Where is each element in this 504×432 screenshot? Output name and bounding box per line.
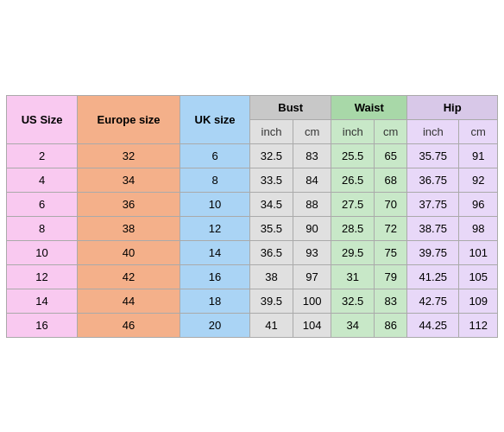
hip-cm-cell: 98	[459, 216, 498, 240]
waist-cm-cell: 70	[375, 192, 407, 216]
us-size-cell: 10	[7, 240, 78, 264]
bust-cm-cell: 88	[293, 192, 331, 216]
eu-size-cell: 32	[78, 143, 180, 168]
waist-cm-cell: 83	[375, 289, 407, 313]
waist-header: Waist	[331, 95, 407, 119]
bust-header: Bust	[250, 95, 331, 119]
table-row: 10401436.59329.57539.75101	[7, 240, 498, 264]
waist-cm-cell: 72	[375, 216, 407, 240]
waist-inch-cell: 34	[331, 313, 375, 337]
us-size-cell: 12	[7, 264, 78, 289]
waist-cm-cell: 86	[375, 313, 407, 337]
hip-cm-cell: 96	[459, 192, 498, 216]
bust-inch-cell: 32.5	[250, 143, 293, 168]
uk-size-cell: 14	[180, 240, 249, 264]
hip-cm-cell: 92	[459, 168, 498, 192]
waist-inch-cell: 29.5	[331, 240, 375, 264]
hip-cm-cell: 91	[459, 143, 498, 168]
bust-inch-cell: 39.5	[250, 289, 293, 313]
hip-inch-cell: 37.75	[407, 192, 459, 216]
table-row: 6361034.58827.57037.7596	[7, 192, 498, 216]
bust-inch-cell: 38	[250, 264, 293, 289]
hip-inch-cell: 38.75	[407, 216, 459, 240]
waist-inch-subheader: inch	[331, 119, 375, 143]
us-size-header: US Size	[7, 95, 78, 143]
us-size-cell: 16	[7, 313, 78, 337]
waist-cm-cell: 68	[375, 168, 407, 192]
eu-size-cell: 42	[78, 264, 180, 289]
waist-inch-cell: 31	[331, 264, 375, 289]
uk-size-cell: 8	[180, 168, 249, 192]
table-row: 14441839.510032.58342.75109	[7, 289, 498, 313]
hip-inch-cell: 39.75	[407, 240, 459, 264]
table-row: 434833.58426.56836.7592	[7, 168, 498, 192]
eu-size-cell: 34	[78, 168, 180, 192]
eu-size-header: Europe size	[78, 95, 180, 143]
hip-header: Hip	[407, 95, 498, 119]
hip-inch-cell: 35.75	[407, 143, 459, 168]
bust-inch-cell: 41	[250, 313, 293, 337]
waist-inch-cell: 28.5	[331, 216, 375, 240]
table-row: 232632.58325.56535.7591	[7, 143, 498, 168]
hip-cm-cell: 105	[459, 264, 498, 289]
waist-inch-cell: 32.5	[331, 289, 375, 313]
eu-size-cell: 44	[78, 289, 180, 313]
bust-cm-cell: 84	[293, 168, 331, 192]
waist-cm-subheader: cm	[375, 119, 407, 143]
waist-inch-cell: 25.5	[331, 143, 375, 168]
hip-inch-cell: 42.75	[407, 289, 459, 313]
bust-inch-cell: 36.5	[250, 240, 293, 264]
eu-size-cell: 38	[78, 216, 180, 240]
size-chart: US Size Europe size UK size Bust Waist H…	[6, 95, 498, 338]
us-size-cell: 4	[7, 168, 78, 192]
uk-size-cell: 6	[180, 143, 249, 168]
uk-size-cell: 10	[180, 192, 249, 216]
uk-size-cell: 20	[180, 313, 249, 337]
uk-size-cell: 16	[180, 264, 249, 289]
us-size-cell: 14	[7, 289, 78, 313]
hip-inch-subheader: inch	[407, 119, 459, 143]
hip-inch-cell: 44.25	[407, 313, 459, 337]
bust-cm-cell: 100	[293, 289, 331, 313]
us-size-cell: 8	[7, 216, 78, 240]
bust-inch-cell: 33.5	[250, 168, 293, 192]
hip-inch-cell: 36.75	[407, 168, 459, 192]
waist-inch-cell: 27.5	[331, 192, 375, 216]
hip-cm-cell: 101	[459, 240, 498, 264]
bust-cm-cell: 104	[293, 313, 331, 337]
eu-size-cell: 36	[78, 192, 180, 216]
waist-cm-cell: 75	[375, 240, 407, 264]
bust-inch-cell: 34.5	[250, 192, 293, 216]
eu-size-cell: 40	[78, 240, 180, 264]
hip-cm-subheader: cm	[459, 119, 498, 143]
hip-inch-cell: 41.25	[407, 264, 459, 289]
bust-cm-cell: 97	[293, 264, 331, 289]
us-size-cell: 2	[7, 143, 78, 168]
hip-cm-cell: 109	[459, 289, 498, 313]
uk-size-header: UK size	[180, 95, 249, 143]
table-row: 16462041104348644.25112	[7, 313, 498, 337]
eu-size-cell: 46	[78, 313, 180, 337]
table-row: 1242163897317941.25105	[7, 264, 498, 289]
bust-cm-cell: 90	[293, 216, 331, 240]
bust-cm-cell: 83	[293, 143, 331, 168]
us-size-cell: 6	[7, 192, 78, 216]
bust-cm-cell: 93	[293, 240, 331, 264]
table-row: 8381235.59028.57238.7598	[7, 216, 498, 240]
waist-inch-cell: 26.5	[331, 168, 375, 192]
uk-size-cell: 18	[180, 289, 249, 313]
uk-size-cell: 12	[180, 216, 249, 240]
hip-cm-cell: 112	[459, 313, 498, 337]
bust-cm-subheader: cm	[293, 119, 331, 143]
waist-cm-cell: 65	[375, 143, 407, 168]
bust-inch-subheader: inch	[250, 119, 293, 143]
bust-inch-cell: 35.5	[250, 216, 293, 240]
waist-cm-cell: 79	[375, 264, 407, 289]
